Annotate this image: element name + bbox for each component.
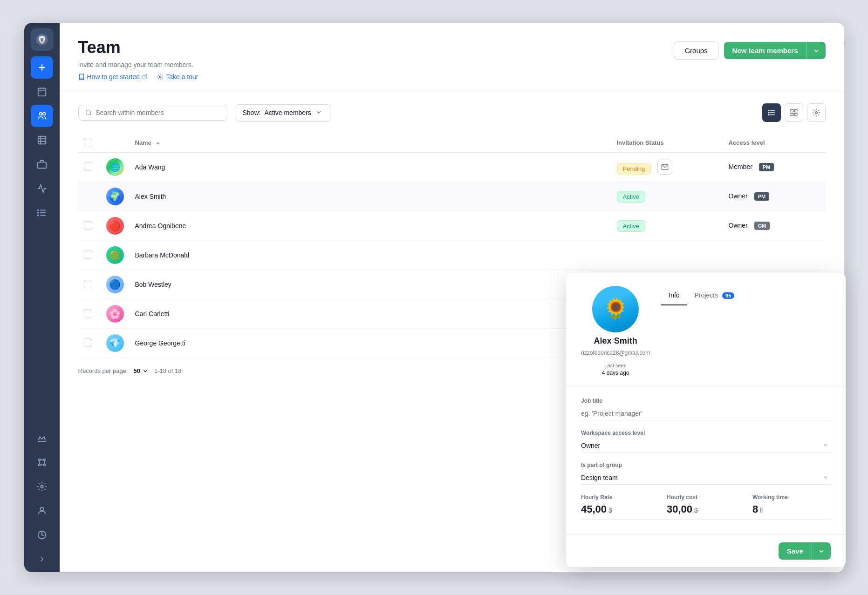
- records-range: 1-18 of 18: [154, 367, 182, 374]
- svg-rect-43: [791, 114, 793, 116]
- hourly-rate-value: 45,00: [581, 503, 607, 515]
- row-checkbox-0[interactable]: [84, 162, 92, 171]
- tour-link[interactable]: Take a tour: [157, 73, 198, 81]
- svg-point-23: [43, 464, 45, 466]
- svg-point-17: [37, 210, 38, 211]
- svg-rect-38: [768, 110, 769, 111]
- svg-rect-42: [794, 109, 797, 112]
- workspace-label: Workspace access level: [581, 430, 831, 436]
- email-icon-0[interactable]: [657, 160, 672, 175]
- sidebar-item-table[interactable]: [31, 129, 53, 151]
- metrics-row: Hourly Rate 45,00 $ Hourly cost 30,00 $ …: [581, 494, 831, 520]
- member-name-3: Barbara McDonald: [135, 251, 190, 259]
- access-badge-2: GM: [754, 222, 770, 230]
- records-per-page-label: Records per page:: [78, 367, 128, 374]
- chevron-down-icon: [315, 108, 322, 117]
- group-select-wrapper: Design team: [581, 471, 831, 485]
- hourly-rate-unit: $: [608, 507, 612, 514]
- svg-point-20: [38, 459, 40, 461]
- records-chevron-icon: [142, 368, 149, 374]
- profile-name: Alex Smith: [594, 336, 637, 346]
- member-name-0: Ada Wang: [135, 163, 165, 171]
- save-button[interactable]: Save: [779, 542, 831, 560]
- profile-tabs: Info Projects 95: [650, 286, 831, 386]
- hourly-cost-label: Hourly cost: [667, 494, 741, 500]
- row-checkbox-5[interactable]: [84, 309, 92, 318]
- sidebar-logo: [31, 28, 53, 51]
- col-name: Name: [130, 133, 611, 153]
- svg-rect-41: [791, 109, 793, 112]
- tab-projects[interactable]: Projects 95: [687, 286, 742, 305]
- working-time-label: Working time: [752, 494, 827, 500]
- avatar-0: 🌐: [106, 158, 124, 176]
- sidebar-item-team[interactable]: [31, 105, 53, 127]
- sidebar-item-profile[interactable]: [31, 500, 53, 522]
- sidebar-item-add[interactable]: [31, 56, 53, 79]
- row-checkbox-4[interactable]: [84, 280, 92, 288]
- groups-button[interactable]: Groups: [674, 41, 718, 60]
- page-header-left: Team Invite and manage your team members…: [78, 38, 198, 81]
- member-name-5: Carl Carletti: [135, 310, 170, 318]
- avatar-image: 🌻: [592, 286, 639, 332]
- access-level-1: Owner: [729, 192, 748, 200]
- svg-rect-13: [37, 162, 46, 168]
- row-checkbox-6[interactable]: [84, 338, 92, 347]
- sort-icon: [155, 141, 161, 146]
- svg-line-34: [90, 114, 91, 115]
- tab-info[interactable]: Info: [661, 286, 687, 305]
- page-title: Team: [78, 38, 198, 57]
- settings-icon: [157, 74, 164, 80]
- sidebar-item-settings[interactable]: [31, 475, 53, 498]
- member-name-4: Bob Westley: [135, 281, 171, 288]
- profile-tabs-header: Info Projects 95: [661, 286, 831, 305]
- svg-rect-39: [768, 112, 769, 113]
- svg-rect-40: [768, 115, 769, 115]
- records-per-page-select[interactable]: 50: [133, 367, 148, 374]
- working-time-value: 8: [752, 503, 758, 515]
- sidebar-item-briefcase[interactable]: [31, 153, 53, 176]
- sidebar-item-integrations[interactable]: [31, 451, 53, 473]
- show-filter-value: Active members: [264, 109, 311, 116]
- access-level-2: Owner: [729, 222, 748, 229]
- table-row: 🟢 Barbara McDonald: [78, 241, 826, 270]
- group-group: Is part of group Design team: [581, 462, 831, 485]
- search-input[interactable]: [96, 109, 220, 116]
- search-box[interactable]: [78, 105, 227, 121]
- group-select[interactable]: Design team: [581, 471, 831, 485]
- access-level-0: Member: [729, 163, 752, 170]
- new-members-chevron-icon[interactable]: [806, 42, 826, 59]
- show-filter[interactable]: Show: Active members: [235, 104, 330, 122]
- sidebar-item-history[interactable]: [31, 524, 53, 546]
- list-view-button[interactable]: [762, 103, 781, 122]
- workspace-select[interactable]: Owner: [581, 439, 831, 453]
- job-title-input[interactable]: [581, 407, 831, 420]
- table-settings-button[interactable]: [807, 103, 826, 122]
- access-badge-1: PM: [754, 192, 770, 201]
- sidebar-collapse-btn[interactable]: [31, 552, 53, 567]
- svg-point-19: [37, 215, 38, 216]
- status-badge-0: Pending: [617, 163, 651, 175]
- sidebar-item-calendar[interactable]: [31, 81, 53, 103]
- page-subtitle: Invite and manage your team members.: [78, 61, 198, 68]
- hourly-cost-unit: $: [694, 507, 698, 514]
- hourly-cost-metric: Hourly cost 30,00 $: [659, 494, 745, 520]
- avatar-6: 💎: [106, 334, 124, 352]
- grid-view-button[interactable]: [785, 103, 803, 122]
- select-all-checkbox[interactable]: [84, 138, 92, 146]
- avatar-1: 🌍: [106, 188, 124, 205]
- grid-view-icon: [790, 108, 798, 117]
- svg-point-22: [38, 464, 40, 466]
- sidebar-item-crown[interactable]: [31, 427, 53, 449]
- new-members-button[interactable]: New team members: [724, 42, 826, 59]
- row-checkbox-2[interactable]: [84, 221, 92, 230]
- working-time-metric: Working time 8 h: [745, 494, 831, 520]
- page-header: Team Invite and manage your team members…: [60, 23, 844, 90]
- avatar-5: 🌸: [106, 305, 124, 323]
- sidebar-item-list[interactable]: [31, 202, 53, 224]
- how-to-link[interactable]: How to get started: [78, 73, 148, 81]
- sidebar-item-chart[interactable]: [31, 177, 53, 200]
- save-chevron-icon[interactable]: [812, 543, 831, 560]
- save-label: Save: [779, 542, 812, 560]
- row-checkbox-3[interactable]: [84, 250, 92, 259]
- profile-last-seen: Last seen 4 days ago: [602, 363, 629, 377]
